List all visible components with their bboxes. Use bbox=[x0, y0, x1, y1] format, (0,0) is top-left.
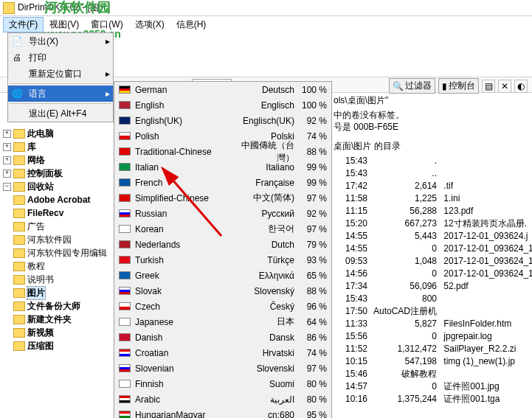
menu-print[interactable]: 🖨打印 bbox=[8, 49, 113, 66]
language-item-japanese[interactable]: Japanese 日本 64 % bbox=[114, 314, 331, 330]
tree-node[interactable]: Adobe Acrobat bbox=[0, 193, 111, 206]
language-name: English bbox=[135, 100, 229, 111]
tree-node[interactable]: 压缩图 bbox=[0, 339, 111, 352]
language-native: Slovenský bbox=[229, 286, 299, 296]
console-label: 控制台 bbox=[449, 80, 475, 92]
tree-node[interactable]: FileRecv bbox=[0, 206, 111, 220]
menu-file[interactable]: 文件(F) bbox=[3, 17, 44, 32]
language-item-german[interactable]: German Deutsch 100 % bbox=[114, 82, 331, 97]
language-item-french[interactable]: French Française 99 % bbox=[114, 175, 331, 190]
tree-label: 此电脑 bbox=[27, 128, 54, 140]
language-name: Nederlands bbox=[135, 240, 229, 250]
language-item-slovak[interactable]: Slovak Slovenský 88 % bbox=[114, 283, 331, 299]
menu-relocate-window[interactable]: 重新定位窗口▸ bbox=[8, 66, 113, 82]
flag-icon bbox=[119, 380, 131, 388]
language-item-traditional-chinese[interactable]: Traditional-Chinese 中國傳統（台灣） 88 % bbox=[114, 144, 331, 159]
language-item-korean[interactable]: Korean 한국어 97 % bbox=[114, 221, 331, 237]
folder-tree[interactable]: 此电脑库网络控制面板回收站Adobe AcrobatFileRecv广告河东软件… bbox=[0, 94, 111, 418]
folder-icon bbox=[13, 328, 25, 338]
language-percent: 99 % bbox=[299, 178, 327, 188]
folder-icon bbox=[13, 195, 25, 205]
language-native: Deutsch bbox=[229, 85, 299, 95]
console-button[interactable]: ▮控制台 bbox=[438, 78, 479, 94]
language-name: Slovenian bbox=[135, 363, 229, 374]
language-native: Suomi bbox=[229, 379, 299, 389]
folder-icon bbox=[13, 222, 25, 231]
language-native: Hrvatski bbox=[229, 348, 299, 358]
file-row: 14:560 2017-12-01_093624_1 bbox=[334, 268, 532, 280]
language-item-hungarianmagyar[interactable]: HungarianMagyar cn:680 95 % bbox=[114, 407, 331, 418]
language-item-czech[interactable]: Czech Český 96 % bbox=[114, 299, 331, 314]
menu-exit[interactable]: 退出(E) Alt+F4 bbox=[8, 105, 113, 122]
tree-node[interactable]: 回收站 bbox=[0, 180, 111, 193]
language-item-greek[interactable]: Greek Ελληνικά 65 % bbox=[114, 268, 331, 283]
menu-view[interactable]: 视图(V) bbox=[44, 17, 85, 32]
menu-language[interactable]: 🌐语言▸ bbox=[8, 86, 113, 102]
tree-label: 河东软件园 bbox=[27, 234, 72, 246]
language-name: Arabic bbox=[135, 394, 229, 405]
language-item-english[interactable]: English Englisch 100 % bbox=[114, 97, 331, 113]
tree-node[interactable]: 河东软件园 bbox=[0, 233, 111, 246]
language-native: Русский bbox=[229, 209, 299, 219]
tree-node[interactable]: 文件备份大师 bbox=[0, 299, 111, 313]
language-item-slovenian[interactable]: Slovenian Slovenski 97 % bbox=[114, 360, 331, 376]
print-icon: 🖨 bbox=[11, 52, 23, 63]
language-item-turkish[interactable]: Turkish Türkçe 93 % bbox=[114, 252, 331, 268]
language-native: Ελληνικά bbox=[229, 271, 299, 281]
tree-node[interactable]: 教程 bbox=[0, 259, 111, 273]
language-native: cn:680 bbox=[229, 410, 299, 419]
flag-icon bbox=[119, 395, 131, 403]
language-native: 中文(简体) bbox=[229, 192, 299, 204]
language-item-finnish[interactable]: Finnish Suomi 80 % bbox=[114, 376, 331, 391]
flag-icon bbox=[119, 101, 131, 109]
language-percent: 88 % bbox=[299, 286, 327, 296]
tree-node[interactable]: 河东软件园专用编辑 bbox=[0, 246, 111, 259]
tree-node[interactable]: 控制面板 bbox=[0, 167, 111, 180]
tree-node[interactable]: 此电脑 bbox=[0, 127, 111, 140]
language-percent: 74 % bbox=[299, 131, 327, 142]
flag-icon bbox=[119, 225, 131, 233]
file-row: 17:50 AutoCAD注册机 bbox=[334, 305, 532, 318]
tool-icon-2[interactable]: ✕ bbox=[498, 80, 511, 93]
folder-icon bbox=[13, 129, 25, 139]
folder-icon bbox=[13, 262, 25, 271]
directory-heading: 桌面\图片 的目录 bbox=[334, 140, 401, 153]
language-percent: 74 % bbox=[299, 348, 327, 358]
language-item-nederlands[interactable]: Nederlands Dutch 79 % bbox=[114, 237, 331, 252]
folder-icon bbox=[13, 248, 25, 258]
filter-button[interactable]: 🔍过滤器 bbox=[389, 78, 435, 94]
language-percent: 93 % bbox=[299, 255, 327, 265]
file-row: 15:43 . bbox=[334, 155, 532, 167]
tree-node[interactable]: 新建文件夹 bbox=[0, 313, 111, 326]
tree-node[interactable]: 新视频 bbox=[0, 326, 111, 339]
language-item-italian[interactable]: Italian Italiano 99 % bbox=[114, 159, 331, 175]
tree-node[interactable]: 图片 bbox=[0, 286, 111, 299]
tree-node[interactable]: 库 bbox=[0, 140, 111, 153]
tree-label: Adobe Acrobat bbox=[27, 195, 91, 205]
language-item-croatian[interactable]: Croatian Hrvatski 74 % bbox=[114, 345, 331, 360]
menu-window[interactable]: 窗口(W) bbox=[85, 17, 128, 32]
tree-label: FileRecv bbox=[27, 208, 63, 218]
tree-node[interactable]: 网络 bbox=[0, 153, 111, 167]
menu-options[interactable]: 选项(X) bbox=[129, 17, 170, 32]
language-item-simplified-chinese[interactable]: Simplified-Chinese 中文(简体) 97 % bbox=[114, 190, 331, 206]
language-percent: 86 % bbox=[299, 332, 327, 343]
menu-info[interactable]: 信息(H) bbox=[170, 17, 213, 32]
file-row: 15:43 .. bbox=[334, 167, 532, 180]
language-native: العربية bbox=[229, 394, 299, 405]
language-item-english(uk)[interactable]: English(UK) Englisch(UK) 92 % bbox=[114, 113, 331, 128]
tree-node[interactable]: 说明书 bbox=[0, 273, 111, 286]
tool-icon-3[interactable]: ◐ bbox=[514, 80, 528, 93]
tree-node[interactable]: 广告 bbox=[0, 220, 111, 233]
file-listing: 15:43 .15:43 ..17:422,614 .tif11:581,225… bbox=[334, 155, 532, 405]
tree-label: 广告 bbox=[27, 220, 45, 233]
flag-icon bbox=[119, 240, 131, 248]
tree-label: 压缩图 bbox=[27, 340, 54, 352]
language-item-danish[interactable]: Danish Dansk 86 % bbox=[114, 330, 331, 345]
menu-export[interactable]: 📄导出(X)▸ bbox=[8, 33, 113, 49]
folder-icon bbox=[13, 182, 25, 192]
export-icon: 📄 bbox=[11, 35, 23, 47]
language-item-arabic[interactable]: Arabic العربية 80 % bbox=[114, 391, 331, 407]
tool-icon-1[interactable]: ▤ bbox=[482, 80, 495, 93]
language-item-russian[interactable]: Russian Русский 92 % bbox=[114, 206, 331, 221]
